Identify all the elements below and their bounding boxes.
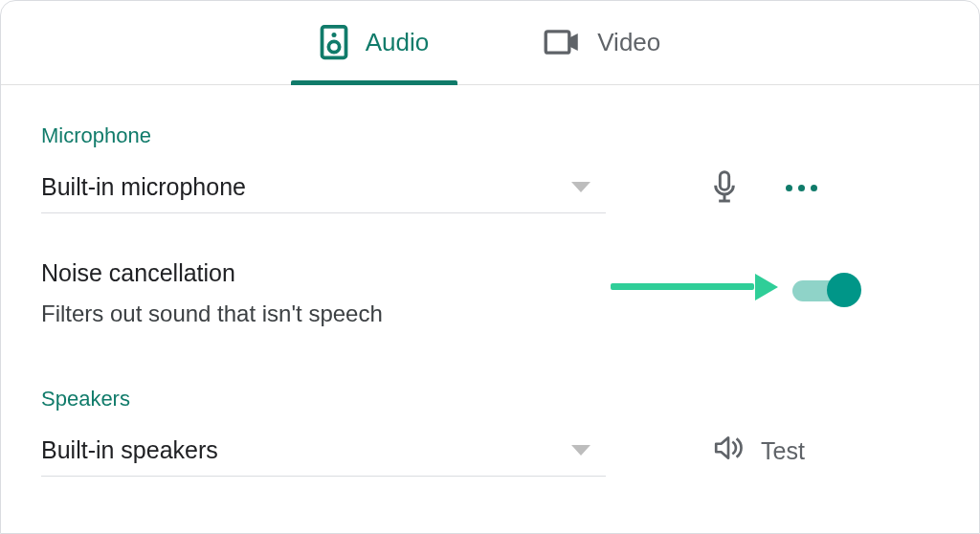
- speaker-box-icon: [320, 24, 348, 60]
- chevron-down-icon: [571, 445, 590, 456]
- speakers-section: Speakers Built-in speakers: [41, 387, 939, 477]
- microphone-select[interactable]: Built-in microphone: [41, 162, 606, 213]
- speakers-selected-value: Built-in speakers: [41, 436, 218, 464]
- speakers-select[interactable]: Built-in speakers: [41, 425, 606, 477]
- tab-audio-label: Audio: [366, 28, 430, 57]
- noise-cancellation-section: Noise cancellation Filters out sound tha…: [41, 259, 939, 327]
- microphone-icon[interactable]: [711, 170, 738, 205]
- volume-icon: [713, 434, 744, 468]
- test-speakers-button[interactable]: Test: [713, 434, 805, 468]
- svg-rect-3: [546, 32, 569, 53]
- svg-point-1: [331, 33, 336, 37]
- video-camera-icon: [544, 29, 580, 56]
- microphone-section: Microphone Built-in microphone: [41, 123, 939, 213]
- more-options-button[interactable]: [786, 185, 817, 191]
- tabs-bar: Audio Video: [1, 1, 979, 85]
- noise-cancellation-toggle[interactable]: [792, 273, 861, 307]
- content-area: Microphone Built-in microphone: [1, 85, 979, 477]
- tab-video-label: Video: [597, 28, 660, 57]
- svg-point-2: [328, 41, 339, 52]
- speakers-label: Speakers: [41, 387, 939, 412]
- microphone-label: Microphone: [41, 123, 939, 148]
- svg-rect-4: [720, 172, 728, 190]
- chevron-down-icon: [571, 182, 590, 192]
- settings-panel: Audio Video Microphone Built-in micropho…: [0, 0, 980, 534]
- test-button-label: Test: [761, 437, 805, 465]
- tab-audio[interactable]: Audio: [291, 0, 458, 84]
- tab-video[interactable]: Video: [515, 0, 689, 84]
- microphone-selected-value: Built-in microphone: [41, 173, 246, 201]
- annotation-arrow: [611, 280, 778, 292]
